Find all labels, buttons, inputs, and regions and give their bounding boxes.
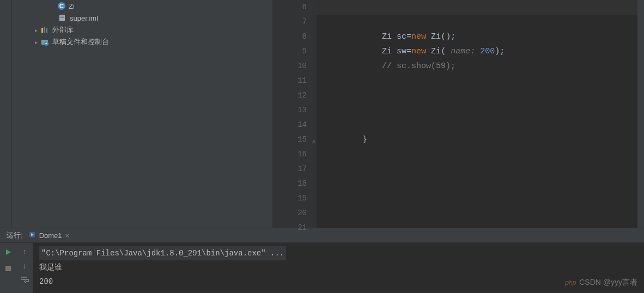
line-number[interactable]: 12 <box>273 88 307 103</box>
line-number[interactable]: 19 <box>273 191 307 206</box>
run-toolbar <box>0 243 16 293</box>
tree-item-label: Zi <box>69 2 75 10</box>
left-tool-gutter[interactable] <box>0 0 12 228</box>
chevron-right-icon: ▸ <box>32 39 40 45</box>
line-number[interactable]: 21 <box>273 221 307 235</box>
code-line[interactable]: Zi sw=new Zi( name: 200); <box>343 44 637 59</box>
code-line[interactable] <box>343 147 637 162</box>
code-line[interactable] <box>343 103 637 118</box>
svg-rect-4 <box>44 27 45 33</box>
tree-item-super-iml[interactable]: super.iml <box>12 12 272 24</box>
line-number[interactable]: 20 <box>273 206 307 221</box>
code-line[interactable] <box>343 15 637 29</box>
rerun-button[interactable] <box>3 247 13 257</box>
close-icon[interactable]: × <box>65 231 70 240</box>
run-label: 运行: <box>7 230 23 240</box>
class-icon: C <box>58 2 65 10</box>
tree-item-external-libs[interactable]: ▸ 外部库 <box>12 24 272 36</box>
line-number[interactable]: 15 <box>273 132 307 147</box>
current-line-highlight <box>317 0 637 15</box>
tree-item-scratches[interactable]: ▸ 草稿文件和控制台 <box>12 36 272 48</box>
line-number[interactable]: 11 <box>273 74 307 88</box>
run-tab[interactable]: Dome1 × <box>28 231 70 240</box>
soft-wrap-icon[interactable] <box>20 276 29 285</box>
code-line[interactable]: Zi sc=new Zi(); <box>343 29 637 44</box>
fold-end-icon[interactable]: ⌃ <box>312 136 315 151</box>
watermark-text: CSDN @yyy言者 <box>579 278 637 286</box>
iml-file-icon <box>58 14 66 22</box>
run-panel: 运行: Dome1 × ↑ ↓ "C:\Program Files\Jav <box>0 228 644 293</box>
console-line: "C:\Program Files\Java\jdk1.8.0_291\bin\… <box>39 246 644 260</box>
svg-rect-2 <box>60 17 64 18</box>
code-line[interactable]: } <box>343 132 637 147</box>
code-line[interactable] <box>343 162 637 176</box>
tree-item-label: super.iml <box>70 14 98 22</box>
line-number[interactable]: 7 <box>273 15 307 29</box>
tree-item-zi[interactable]: C Zi <box>12 0 272 12</box>
line-number-gutter[interactable]: 67891011121314⌃15161718192021 <box>273 0 317 228</box>
code-line[interactable] <box>343 206 637 221</box>
arrow-down-icon[interactable]: ↓ <box>23 261 27 270</box>
console-line: 我是谁 <box>39 260 644 274</box>
project-tree[interactable]: C Zi super.iml ▸ 外部库 ▸ 草稿文件和控制台 <box>12 0 272 228</box>
line-number[interactable]: 18 <box>273 176 307 191</box>
editor-scrollbar[interactable] <box>637 0 644 228</box>
scratch-folder-icon <box>40 38 49 46</box>
run-tab-label: Dome1 <box>39 231 62 240</box>
line-number[interactable]: 14 <box>273 118 307 132</box>
line-number[interactable]: 9 <box>273 44 307 59</box>
library-icon <box>40 26 49 34</box>
console-line: 200 <box>39 274 644 289</box>
tree-item-label: 草稿文件和控制台 <box>52 37 109 47</box>
code-area[interactable]: Zi sc=new Zi(); Zi sw=new Zi( name: 200)… <box>317 0 637 228</box>
line-number[interactable]: 16 <box>273 147 307 162</box>
svg-rect-9 <box>5 266 11 271</box>
code-line[interactable] <box>343 88 637 103</box>
php-badge: php <box>565 279 576 286</box>
chevron-right-icon: ▸ <box>32 27 40 33</box>
code-line[interactable] <box>343 118 637 132</box>
code-line[interactable] <box>343 221 637 235</box>
stop-button[interactable] <box>3 264 13 273</box>
code-line[interactable] <box>343 191 637 206</box>
svg-rect-1 <box>60 16 64 16</box>
tree-item-label: 外部库 <box>52 25 74 35</box>
line-number[interactable]: 10 <box>273 59 307 74</box>
run-config-icon <box>28 231 36 240</box>
code-editor[interactable]: 67891011121314⌃15161718192021 Zi sc=new … <box>272 0 644 228</box>
console-nav-toolbar: ↑ ↓ <box>16 243 33 293</box>
svg-rect-5 <box>46 28 47 33</box>
line-number[interactable]: 17 <box>273 162 307 176</box>
code-line[interactable] <box>343 176 637 191</box>
line-number[interactable]: 8 <box>273 29 307 44</box>
svg-rect-3 <box>41 28 43 33</box>
code-line[interactable]: // sc.show(59); <box>343 59 637 74</box>
console-output[interactable]: "C:\Program Files\Java\jdk1.8.0_291\bin\… <box>33 243 644 293</box>
watermark: php CSDN @yyy言者 <box>565 275 637 290</box>
line-number[interactable]: 13 <box>273 103 307 118</box>
arrow-up-icon[interactable]: ↑ <box>23 247 27 256</box>
line-number[interactable]: 6 <box>273 0 307 15</box>
code-line[interactable] <box>343 74 637 88</box>
